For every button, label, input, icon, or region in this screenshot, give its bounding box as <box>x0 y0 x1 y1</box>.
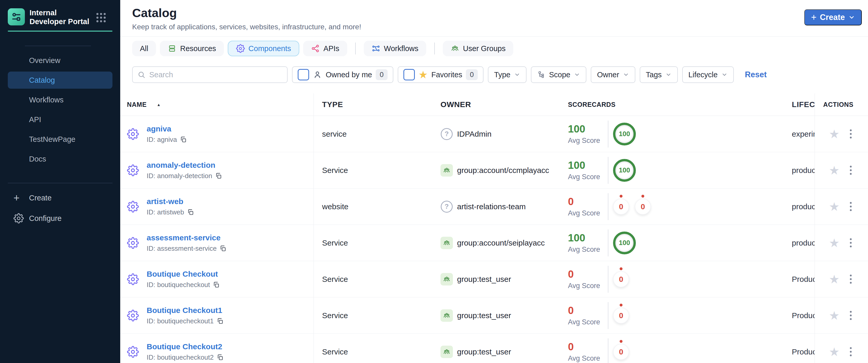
component-name-link[interactable]: Boutique Checkout1 <box>147 306 224 315</box>
component-gear-icon <box>127 128 139 140</box>
kebab-menu-icon[interactable] <box>848 309 853 322</box>
favorite-star-icon[interactable]: ★ <box>829 310 839 322</box>
score-divider <box>608 230 609 256</box>
lifecycle-value: Production <box>792 275 815 284</box>
header-owner: OWNER <box>434 93 559 116</box>
tags-filter-dropdown[interactable]: Tags <box>640 66 678 83</box>
kebab-menu-icon[interactable] <box>848 273 853 285</box>
favorite-star-icon[interactable]: ★ <box>829 273 839 285</box>
copy-icon[interactable] <box>187 209 194 216</box>
create-button[interactable]: + Create <box>804 9 862 25</box>
catalog-table: NAME ▲ TYPE OWNER SCORECARDS LIFECYCLE A… <box>120 93 868 363</box>
tab-user-groups[interactable]: User Groups <box>443 41 513 56</box>
scorecard-rings: 0 <box>613 271 629 287</box>
copy-icon[interactable] <box>215 173 222 179</box>
table-row: artist-web ID: artistweb website ? artis… <box>120 188 868 225</box>
page-subtitle: Keep track of applications, services, we… <box>132 23 361 31</box>
owned-by-me-filter[interactable]: Owned by me 0 <box>292 66 393 83</box>
tab-resources[interactable]: Resources <box>160 41 224 56</box>
owned-by-me-count: 0 <box>376 69 388 80</box>
favorite-star-icon[interactable]: ★ <box>829 237 839 249</box>
scorecard-ring: 100 <box>613 159 636 182</box>
search-input[interactable] <box>149 70 282 79</box>
scorecard-ring: 0 <box>613 199 629 215</box>
scope-filter-dropdown[interactable]: Scope <box>531 66 586 83</box>
score-divider <box>608 338 609 363</box>
sidebar-item-api[interactable]: API <box>8 111 113 128</box>
lifecycle-filter-dropdown[interactable]: Lifecycle <box>682 66 734 83</box>
create-button-label: Create <box>820 13 845 22</box>
owner-label: IDPAdmin <box>457 130 492 139</box>
owner-label: group:account/seiplayacc <box>457 239 545 247</box>
component-name-link[interactable]: Boutique Checkout2 <box>147 342 224 351</box>
sidebar-item-workflows[interactable]: Workflows <box>8 91 113 109</box>
component-type: Service <box>322 311 348 320</box>
owner-filter-dropdown[interactable]: Owner <box>591 66 635 83</box>
kebab-menu-icon[interactable] <box>848 345 853 358</box>
component-name-link[interactable]: Boutique Checkout <box>147 270 220 278</box>
sidebar-item-docs[interactable]: Docs <box>8 150 113 168</box>
component-name-link[interactable]: assessment-service <box>147 233 226 242</box>
component-id: ID: assessment-service <box>147 244 217 252</box>
sidebar-create-button[interactable]: + Create <box>8 189 113 206</box>
score-divider <box>608 157 609 184</box>
kebab-menu-icon[interactable] <box>848 128 853 140</box>
app-grid-icon[interactable] <box>96 13 106 22</box>
copy-icon[interactable] <box>217 317 224 325</box>
component-id: ID: artistweb <box>147 208 184 216</box>
scorecard-ring: 100 <box>613 232 636 254</box>
sidebar-footer-divider <box>8 183 113 183</box>
component-gear-icon <box>127 201 139 213</box>
owner-label: artist-relations-team <box>457 202 526 211</box>
favorite-star-icon[interactable]: ★ <box>829 128 839 140</box>
copy-icon[interactable] <box>217 354 224 361</box>
score-divider <box>608 193 609 220</box>
tab-apis[interactable]: APIs <box>303 41 347 56</box>
copy-icon[interactable] <box>180 136 187 143</box>
sidebar-item-catalog[interactable]: Catalog <box>8 71 113 89</box>
chevron-down-icon <box>574 71 580 78</box>
favorite-star-icon[interactable]: ★ <box>829 201 839 213</box>
question-icon: ? <box>441 201 453 213</box>
component-gear-icon <box>127 310 139 322</box>
sidebar-item-overview[interactable]: Overview <box>8 52 113 69</box>
app-root: Internal Developer Portal Overview Catal… <box>0 0 868 363</box>
type-filter-dropdown[interactable]: Type <box>488 66 527 83</box>
sort-asc-icon: ▲ <box>157 102 161 107</box>
kebab-menu-icon[interactable] <box>848 164 853 176</box>
component-name-link[interactable]: agniva <box>147 124 187 133</box>
tab-workflows[interactable]: Workflows <box>364 41 426 56</box>
copy-icon[interactable] <box>213 281 220 288</box>
component-gear-icon <box>127 273 139 285</box>
chevron-down-icon <box>848 14 855 21</box>
score-divider <box>608 266 609 293</box>
kebab-menu-icon[interactable] <box>848 237 853 249</box>
component-id: ID: anomaly-detection <box>147 172 212 180</box>
tab-resources-label: Resources <box>180 44 216 53</box>
component-name-link[interactable]: anomaly-detection <box>147 161 222 170</box>
favorite-star-icon[interactable]: ★ <box>829 346 839 358</box>
lifecycle-value: Production <box>792 347 815 356</box>
table-header-row: NAME ▲ TYPE OWNER SCORECARDS LIFECYCLE A… <box>120 93 868 116</box>
sidebar-item-testnewpage[interactable]: TestNewPage <box>8 131 113 148</box>
component-name-link[interactable]: artist-web <box>147 197 194 206</box>
header-name[interactable]: NAME ▲ <box>120 93 314 116</box>
scope-filter-label: Scope <box>549 70 570 79</box>
favorites-checkbox[interactable] <box>403 69 415 80</box>
avg-score: 100 Avg Score <box>568 232 601 253</box>
owned-by-me-checkbox[interactable] <box>298 69 309 80</box>
favorite-star-icon[interactable]: ★ <box>829 164 839 176</box>
tab-all[interactable]: All <box>132 41 156 56</box>
tab-components[interactable]: Components <box>228 41 299 56</box>
tab-group-divider <box>355 42 356 55</box>
sidebar-configure-button[interactable]: Configure <box>8 210 113 227</box>
reset-filters-link[interactable]: Reset <box>745 70 767 79</box>
copy-icon[interactable] <box>219 245 226 252</box>
tab-user-groups-label: User Groups <box>463 44 505 53</box>
sidebar-nav: Overview Catalog Workflows API TestNewPa… <box>8 52 113 170</box>
kebab-menu-icon[interactable] <box>848 201 853 213</box>
avg-score: 0 Avg Score <box>568 196 601 217</box>
favorites-filter[interactable]: ★ Favorites 0 <box>398 66 484 83</box>
component-type: website <box>322 202 348 211</box>
chevron-down-icon <box>623 71 629 78</box>
